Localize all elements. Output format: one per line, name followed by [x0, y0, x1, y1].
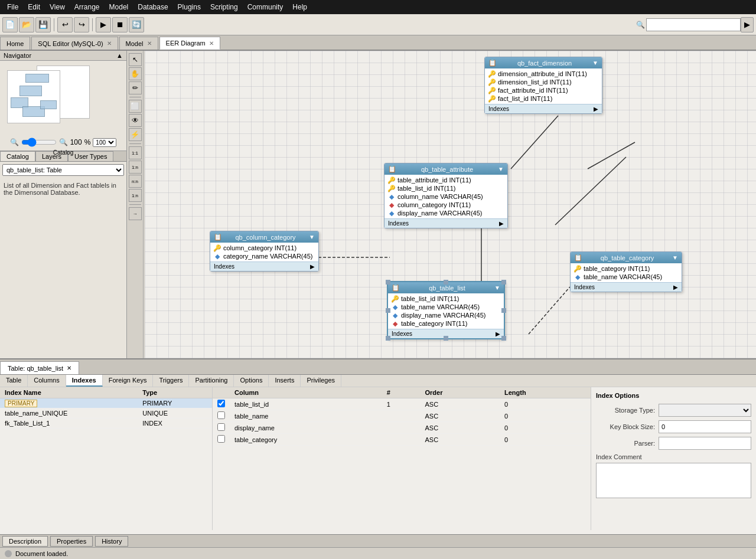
zoom-out-icon[interactable]: 🔍	[10, 138, 19, 146]
bi-tab-properties[interactable]: Properties	[50, 536, 93, 547]
save-button[interactable]: 💾	[35, 17, 51, 32]
index-col-row-table-category[interactable]: table_category ASC 0	[213, 434, 591, 446]
index-row-primary[interactable]: PRIMARY PRIMARY	[0, 398, 212, 408]
tab-eer-diagram[interactable]: EER Diagram ✕	[159, 37, 220, 50]
index-col-row-display-name[interactable]: display_name ASC 0	[213, 422, 591, 434]
check-cell[interactable]	[213, 398, 230, 410]
redo-button[interactable]: ↪	[74, 17, 89, 32]
detail-tab-table-list[interactable]: Table: qb_table_list ✕	[0, 361, 79, 374]
eer-indexes-fact-dimension[interactable]: Indexes ▶	[485, 104, 602, 113]
resize-handle-tm[interactable]	[444, 280, 448, 285]
resize-handle-ml[interactable]	[386, 308, 390, 313]
view-tool[interactable]: 👁	[129, 114, 142, 127]
resize-handle-tl[interactable]	[386, 280, 390, 285]
indexes-expand-icon[interactable]: ▶	[310, 263, 315, 270]
col-checkbox[interactable]	[217, 400, 225, 407]
bi-tab-description[interactable]: Description	[2, 536, 48, 547]
eer-table-qb-fact-dimension[interactable]: 📋 qb_fact_dimension ▼ 🔑 dimension_attrib…	[484, 57, 602, 114]
eer-indexes-table-attribute[interactable]: Indexes ▶	[384, 218, 507, 228]
table-list-expand[interactable]: ▼	[494, 285, 500, 291]
search-input[interactable]	[646, 18, 741, 31]
schema-dropdown[interactable]: qb_table_list: Table	[2, 164, 124, 176]
tab-model[interactable]: Model ✕	[119, 37, 158, 50]
menu-arrange[interactable]: Arrange	[70, 2, 105, 12]
resize-handle-br[interactable]	[501, 336, 506, 341]
stop-button[interactable]: ⏹	[112, 17, 128, 32]
inner-tab-options[interactable]: Options	[234, 375, 269, 387]
detail-tab-close[interactable]: ✕	[67, 365, 71, 371]
relation-1-1-tool[interactable]: 1:1	[129, 146, 142, 159]
menu-plugins[interactable]: Plugins	[173, 2, 206, 12]
zoom-in-icon[interactable]: 🔍	[59, 138, 68, 146]
eer-table-header-column-category[interactable]: 📋 qb_column_category ▼	[210, 231, 318, 243]
menu-scripting[interactable]: Scripting	[206, 2, 243, 12]
indexes-expand-icon[interactable]: ▶	[496, 331, 500, 337]
inner-tab-columns[interactable]: Columns	[28, 375, 66, 387]
eer-table-qb-table-list[interactable]: 📋 qb_table_list ▼ 🔑 table_list_id INT(11…	[387, 281, 505, 339]
eer-table-header-table-attribute[interactable]: 📋 qb_table_attribute ▼	[384, 164, 507, 175]
eer-indexes-column-category[interactable]: Indexes ▶	[210, 261, 318, 271]
refresh-button[interactable]: 🔄	[129, 17, 144, 32]
eer-table-qb-column-category[interactable]: 📋 qb_column_category ▼ 🔑 column_category…	[210, 231, 319, 272]
col-checkbox[interactable]	[217, 435, 225, 443]
inner-tab-partitioning[interactable]: Partitioning	[189, 375, 234, 387]
inner-tab-foreign-keys[interactable]: Foreign Keys	[103, 375, 154, 387]
zoom-slider[interactable]	[21, 138, 57, 147]
menu-edit[interactable]: Edit	[23, 2, 45, 12]
new-button[interactable]: 📄	[2, 17, 18, 32]
relation-11n-tool[interactable]: 1:n	[129, 189, 142, 202]
table-tool[interactable]: ⬜	[129, 100, 142, 113]
indexes-expand-icon[interactable]: ▶	[673, 284, 678, 290]
tab-sql-editor-close[interactable]: ✕	[107, 40, 112, 47]
menu-database[interactable]: Database	[133, 2, 172, 12]
select-tool[interactable]: ↖	[129, 53, 142, 66]
menu-help[interactable]: Help	[288, 2, 312, 12]
fact-dimension-expand[interactable]: ▼	[592, 60, 598, 66]
check-cell[interactable]	[213, 434, 230, 446]
index-comment-textarea[interactable]	[596, 463, 751, 498]
resize-handle-tr[interactable]	[501, 280, 506, 285]
tab-eer-diagram-close[interactable]: ✕	[209, 40, 214, 47]
menu-community[interactable]: Community	[243, 2, 288, 12]
inner-tab-triggers[interactable]: Triggers	[153, 375, 189, 387]
indexes-expand-icon[interactable]: ▶	[594, 106, 598, 112]
menu-view[interactable]: View	[45, 2, 70, 12]
inner-tab-table[interactable]: Table	[0, 375, 28, 387]
menu-model[interactable]: Model	[105, 2, 133, 12]
index-row-unique[interactable]: table_name_UNIQUE UNIQUE	[0, 408, 212, 419]
hand-tool[interactable]: ✋	[129, 67, 142, 80]
routine-tool[interactable]: ⚡	[129, 128, 142, 141]
check-cell[interactable]	[213, 410, 230, 422]
inner-tab-privileges[interactable]: Privileges	[301, 375, 341, 387]
table-attribute-expand[interactable]: ▼	[498, 166, 504, 172]
eer-table-header-table-category[interactable]: 📋 qb_table_category ▼	[571, 252, 682, 263]
table-category-expand[interactable]: ▼	[672, 254, 678, 261]
relation-n-n-tool[interactable]: n:n	[129, 175, 142, 188]
tab-sql-editor[interactable]: SQL Editor (MySQL-0) ✕	[31, 37, 118, 50]
zoom-select[interactable]: 10050200	[93, 138, 116, 147]
eer-indexes-table-category[interactable]: Indexes ▶	[571, 282, 682, 292]
inner-tab-indexes[interactable]: Indexes	[66, 375, 103, 387]
menu-file[interactable]: File	[2, 2, 23, 12]
index-row-fk[interactable]: fk_Table_List_1 INDEX	[0, 419, 212, 429]
col-checkbox[interactable]	[217, 411, 225, 419]
open-button[interactable]: 📂	[19, 17, 34, 32]
indexes-expand-icon[interactable]: ▶	[499, 220, 504, 227]
parser-input[interactable]	[659, 437, 751, 450]
eraser-tool[interactable]: ✏	[129, 81, 142, 94]
eer-table-header-fact-dimension[interactable]: 📋 qb_fact_dimension ▼	[485, 57, 602, 68]
storage-type-select[interactable]	[659, 404, 751, 417]
undo-button[interactable]: ↩	[57, 17, 73, 32]
inner-tab-inserts[interactable]: Inserts	[269, 375, 301, 387]
bi-tab-history[interactable]: History	[95, 536, 128, 547]
resize-handle-bm[interactable]	[444, 336, 448, 341]
index-col-row-table-list-id[interactable]: table_list_id 1 ASC 0	[213, 398, 591, 410]
search-submit-button[interactable]: ▶	[741, 17, 754, 32]
col-checkbox[interactable]	[217, 423, 225, 431]
eer-table-qb-table-category[interactable]: 📋 qb_table_category ▼ 🔑 table_category I…	[570, 251, 682, 292]
eer-table-qb-table-attribute[interactable]: 📋 qb_table_attribute ▼ 🔑 table_attribute…	[384, 163, 508, 228]
key-block-size-input[interactable]	[659, 420, 751, 433]
navigator-expand-icon[interactable]: ▲	[116, 52, 123, 59]
execute-button[interactable]: ▶	[96, 17, 111, 32]
resize-handle-mr[interactable]	[501, 308, 506, 313]
